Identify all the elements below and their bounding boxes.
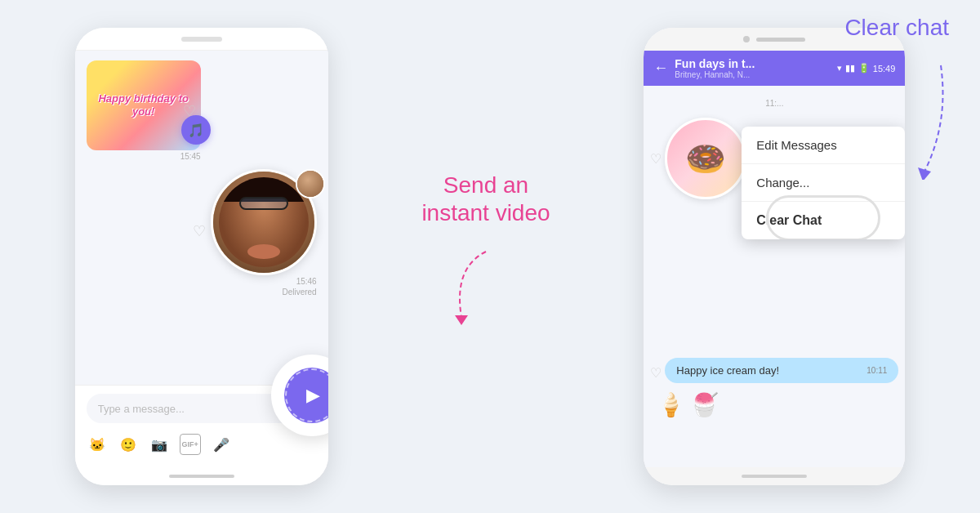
chat-area-left: Happy birthday to you! 🎵 ♡ 15:45 ♡: [75, 51, 328, 385]
sticker-icecream1: 🍦: [657, 391, 685, 418]
dropdown-change[interactable]: Change...: [742, 164, 905, 202]
record-button[interactable]: ▶: [284, 368, 328, 423]
heart-icon-video: ♡: [193, 222, 206, 240]
dropdown-clear-chat[interactable]: Clear Chat: [742, 202, 905, 239]
sticker-message: Happy birthday to you! 🎵 ♡ 15:45: [87, 60, 201, 161]
dashed-arrow-send: [437, 243, 535, 341]
sticker-icecream2: 🍧: [690, 391, 719, 418]
camera-dot: [743, 36, 750, 42]
back-arrow-icon[interactable]: ←: [653, 60, 668, 77]
chat-subtitle: Britney, Hannah, N...: [675, 70, 830, 79]
timestamp-video: 15:46: [296, 277, 317, 286]
phone-top-bar-left: [75, 28, 328, 51]
speaker-left: [181, 37, 222, 42]
mic-icon[interactable]: 🎤: [211, 434, 232, 455]
viber-header: ← Fun days in t... Britney, Hannah, N...…: [644, 51, 905, 86]
phone-left: Happy birthday to you! 🎵 ♡ 15:45 ♡: [75, 28, 328, 485]
emoji-icon[interactable]: 🐱: [87, 434, 108, 455]
svg-marker-0: [455, 315, 468, 325]
avatar-small: [296, 169, 325, 199]
label-clear-text: Clear chat: [844, 15, 949, 41]
ice-cream-bubble: Happy ice cream day! 10:11: [665, 358, 898, 383]
home-bar-right: [644, 467, 905, 485]
sticker-icon[interactable]: 🙂: [118, 434, 139, 455]
dropdown-menu: Edit Messages Change... Clear Chat: [742, 127, 905, 239]
gif-icon[interactable]: GIF+: [180, 434, 201, 455]
ice-cream-text: Happy ice cream day!: [676, 364, 779, 377]
label-send-line2: instant video: [421, 199, 550, 227]
wifi-icon: ▾: [837, 63, 842, 74]
play-icon: ▶: [306, 385, 320, 406]
label-send-line1: Send an: [421, 172, 550, 199]
right-chat-area: 11:... ♡ 🍩 ♡ Happy ice cream day! 10:11: [644, 86, 905, 467]
delivered-text: Delivered: [282, 288, 316, 297]
chat-title-area: Fun days in t... Britney, Hannah, N...: [675, 57, 830, 79]
speaker-right: [756, 38, 805, 42]
label-clear-chat: Clear chat: [844, 15, 949, 41]
phone-right: ← Fun days in t... Britney, Hannah, N...…: [644, 28, 905, 485]
chat-timestamp: 11:...: [650, 99, 898, 108]
scene: Happy birthday to you! 🎵 ♡ 15:45 ♡: [0, 0, 980, 513]
ice-cream-section: ♡ Happy ice cream day! 10:11 🍦 🍧: [644, 355, 905, 418]
heart-icon-donut: ♡: [650, 151, 662, 167]
ice-cream-msg-row: ♡ Happy ice cream day! 10:11: [650, 358, 898, 388]
toolbar-icons: 🐱 🙂 📷 GIF+ 🎤: [87, 430, 317, 459]
heart-icon-ice: ♡: [650, 365, 662, 381]
sticker-row-bottom: 🍦 🍧: [650, 391, 898, 418]
ice-cream-time: 10:11: [866, 366, 887, 375]
svg-marker-1: [918, 167, 931, 180]
battery-icon: 🔋: [858, 63, 870, 74]
center-labels: Send an instant video: [412, 172, 559, 341]
camera-icon[interactable]: 📷: [149, 434, 170, 455]
home-bar-left: [75, 467, 328, 485]
home-bar-line-right: [742, 475, 807, 478]
dropdown-edit-messages[interactable]: Edit Messages: [742, 127, 905, 164]
input-placeholder: Type a message...: [98, 403, 185, 415]
home-bar-line-left: [169, 475, 234, 478]
video-message: ♡ 15: [211, 169, 317, 297]
signal-icon: ▮▮: [845, 63, 855, 74]
label-send-video: Send an instant video: [421, 172, 550, 226]
chat-title-text: Fun days in t...: [675, 57, 830, 70]
timestamp-sticker: 15:45: [87, 152, 201, 161]
sticker-text: Happy birthday to you!: [93, 92, 194, 118]
donut-sticker: 🍩: [665, 118, 746, 199]
